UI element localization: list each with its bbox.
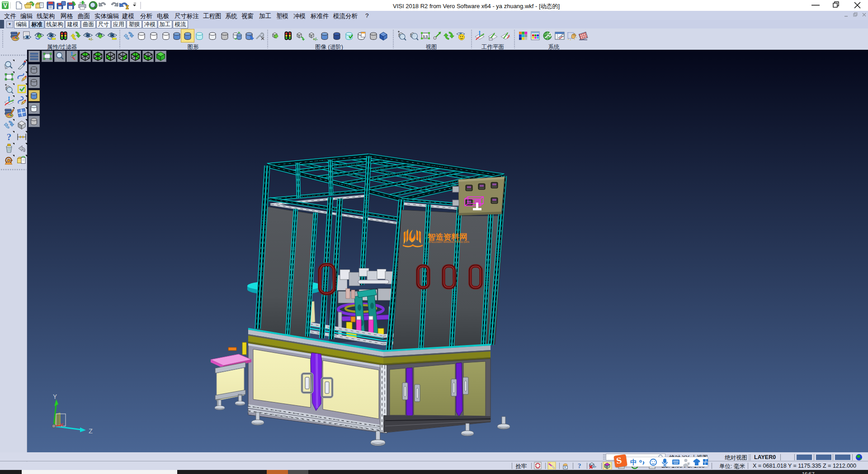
svg-text:?: ? [578, 462, 581, 469]
svg-text:中: 中 [630, 458, 637, 466]
svg-text:智造资料网: 智造资料网 [427, 232, 467, 242]
svg-text:Z: Z [89, 428, 93, 436]
svg-text:Y: Y [53, 393, 57, 401]
svg-text:?: ? [7, 132, 12, 142]
svg-text:INTELLIGENT MANUFACTURING DATA: INTELLIGENT MANUFACTURING DATA [428, 241, 470, 243]
svg-text:V: V [3, 2, 7, 9]
